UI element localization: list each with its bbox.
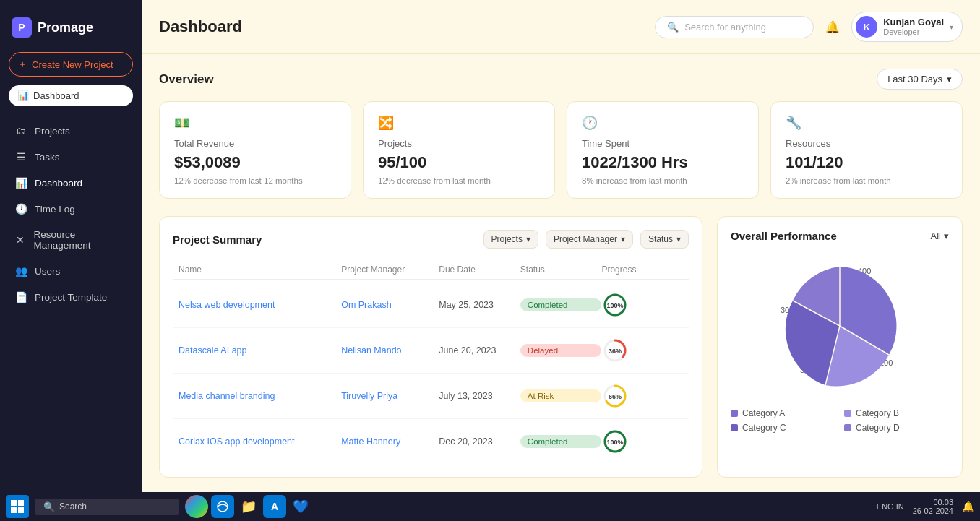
app-name: Promage [38,20,93,35]
project-summary-title: Project Summary [173,233,476,246]
row-manager: Tiruvelly Priya [341,391,439,401]
svg-text:36%: 36% [609,348,622,355]
status-badge: Completed [520,435,602,448]
dashboard-shortcut-button[interactable]: 📊 Dashboard [9,85,133,106]
bottom-section: Project Summary Projects ▾ Project Manag… [159,216,963,478]
sidebar-item-resource-management[interactable]: ✕ Resource Management [0,222,142,258]
sidebar-item-project-template[interactable]: 📄 Project Template [0,284,142,310]
stat-cards: 💵 Total Revenue $53,0089 12% decrease fr… [159,101,963,199]
progress-ring: 66% [601,382,629,410]
taskbar: 🔍 Search 📁 A 💙 ENG IN 00:03 26-02-2024 🔔 [0,492,980,521]
user-badge[interactable]: K Kunjan Goyal Developer ▾ [851,12,963,42]
stat-card-timespent: 🕐 Time Spent 1022/1300 Hrs 8% increase f… [567,101,759,199]
performance-header: Overall Performance All ▾ [731,230,949,242]
projects-filter[interactable]: Projects ▾ [483,230,538,249]
header: Dashboard 🔍 Search for anything 🔔 K Kunj… [142,0,980,54]
user-info: Kunjan Goyal Developer [883,17,944,38]
timespent-sub: 8% increase from last month [582,176,744,185]
sidebar-item-users[interactable]: 👥 Users [0,258,142,284]
timespent-label: Time Spent [582,138,744,149]
header-right: 🔍 Search for anything 🔔 K Kunjan Goyal D… [655,12,963,42]
sidebar-item-timelog[interactable]: 🕐 Time Log [0,196,142,222]
legend-dot-b [844,410,851,417]
taskbar-app-vscode[interactable]: 💙 [289,495,312,518]
table-row: Media channel branding Tiruvelly Priya J… [173,374,689,419]
notification-button[interactable]: 🔔 [825,20,840,34]
performance-filter[interactable]: All ▾ [931,231,949,241]
last-30-days-button[interactable]: Last 30 Days ▾ [877,69,963,90]
svg-text:66%: 66% [609,393,622,400]
revenue-sub: 12% decrease from last 12 months [174,176,336,185]
status-filter[interactable]: Status ▾ [640,230,689,249]
status-badge: At Risk [520,389,602,402]
svg-rect-14 [11,507,17,513]
projects-stat-icon: 🔀 [378,115,540,131]
row-name[interactable]: Media channel branding [179,391,341,401]
pie-chart: 400 300 200 300 [731,254,949,398]
logo-icon: P [12,17,32,38]
legend-dot-c [731,424,738,431]
sidebar-logo: P Promage [0,12,142,49]
stat-card-projects: 🔀 Projects 95/100 12% decrease from last… [363,101,555,199]
legend-item-a: Category A [731,408,835,418]
row-date: May 25, 2023 [439,300,520,310]
progress-cell: 100% [601,291,683,319]
taskbar-search-icon: 🔍 [43,501,55,512]
taskbar-app-colorful[interactable] [185,495,208,518]
progress-ring: 36% [601,337,629,364]
chevron-down-icon: ▾ [944,231,949,241]
chevron-down-icon: ▾ [950,23,953,31]
chart-legend: Category A Category B Category C Categor… [731,408,949,433]
projects-label: Projects [378,138,540,149]
tasks-icon: ☰ [14,151,27,163]
legend-item-c: Category C [731,423,835,433]
table-row: Corlax IOS app development Matte Hannery… [173,419,689,464]
taskbar-lang: ENG IN [877,502,904,511]
chevron-down-icon: ▾ [676,234,681,244]
projects-sub: 12% decrease from last month [378,176,540,185]
svg-rect-12 [11,500,17,506]
projects-icon: 🗂 [14,125,27,137]
resources-icon: 🔧 [786,115,947,131]
row-date: July 13, 2023 [439,391,520,401]
legend-dot-a [731,410,738,417]
taskbar-app-store[interactable]: A [263,495,286,518]
progress-ring: 100% [601,428,629,455]
svg-text:100%: 100% [607,439,624,446]
progress-cell: 66% [601,382,683,410]
row-name[interactable]: Datascale AI app [179,345,341,356]
progress-cell: 100% [601,428,683,455]
resources-label: Resources [786,138,947,149]
svg-rect-13 [18,500,24,506]
resource-icon: ✕ [14,234,27,246]
taskbar-apps: 📁 A 💙 [185,495,312,518]
legend-item-b: Category B [844,408,949,418]
chevron-down-icon: ▾ [947,74,952,85]
row-manager: Om Prakash [341,300,439,310]
taskbar-app-edge[interactable] [211,495,234,518]
avatar: K [856,16,877,38]
sidebar-item-dashboard[interactable]: 📊 Dashboard [0,170,142,196]
sidebar-item-projects[interactable]: 🗂 Projects [0,118,142,144]
notification-icon[interactable]: 🔔 [962,501,974,512]
search-icon: 🔍 [667,22,679,33]
taskbar-search[interactable]: 🔍 Search [35,499,179,515]
create-project-button[interactable]: ＋ Create New Project [9,52,133,77]
project-summary-card: Project Summary Projects ▾ Project Manag… [159,216,702,478]
row-date: Dec 20, 2023 [439,436,520,447]
stat-card-resources: 🔧 Resources 101/120 2% increase from las… [770,101,963,199]
sidebar-item-tasks[interactable]: ☰ Tasks [0,144,142,170]
row-name[interactable]: Nelsa web development [179,300,341,310]
page-title: Dashboard [159,17,242,36]
chevron-down-icon: ▾ [621,234,625,244]
overview-header: Overview Last 30 Days ▾ [159,69,963,90]
sidebar: P Promage ＋ Create New Project 📊 Dashboa… [0,0,142,521]
edge-icon [216,500,229,513]
manager-filter[interactable]: Project Manager ▾ [546,230,633,249]
row-name[interactable]: Corlax IOS app development [179,436,341,447]
overview-title: Overview [159,72,214,87]
template-icon: 📄 [14,291,27,303]
taskbar-app-folder[interactable]: 📁 [237,495,260,518]
start-button[interactable] [6,495,29,518]
search-bar[interactable]: 🔍 Search for anything [655,16,814,38]
